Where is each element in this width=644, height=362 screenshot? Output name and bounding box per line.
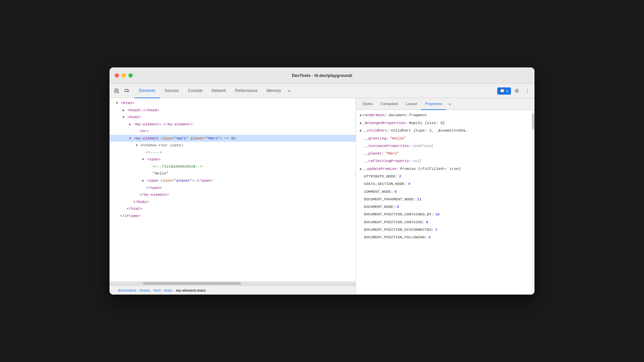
breadcrumb-dots: ... <box>112 288 115 292</box>
breadcrumb-item-0[interactable]: div#content <box>118 288 136 292</box>
horizontal-scrollbar[interactable] <box>110 281 356 285</box>
close-button[interactable] <box>115 73 119 78</box>
dom-line-span[interactable]: ▼ <span> <box>110 156 356 163</box>
dom-line-shadow-root[interactable]: ▼ #shadow-root (open) <box>110 142 356 149</box>
expand-icon: ▶ <box>142 179 144 183</box>
window-title: DevTools - lit.dev/playground/ <box>292 73 352 78</box>
device-toggle-icon[interactable] <box>123 86 132 96</box>
dom-tree[interactable]: ▼ <html> ▶ <head>…</head> ▼ <body> <box>110 98 356 281</box>
scrollbar-thumb[interactable] <box>143 282 241 285</box>
expand-icon: ▼ <box>142 158 144 161</box>
breadcrumb-item-4[interactable]: my-element.mars <box>176 288 206 292</box>
dom-line-span-planet[interactable]: ▶ <span class="planet">…</span> <box>110 177 356 184</box>
dom-line-html[interactable]: ▼ <html> <box>110 100 356 107</box>
prop-cdata-section-node[interactable]: CDATA_SECTION_NODE : 4 <box>356 180 534 188</box>
tab-network[interactable]: Network <box>207 84 230 98</box>
prop-planet[interactable]: __planet : "Mars" <box>356 150 534 157</box>
devtools-window: DevTools - lit.dev/playground/ <box>110 67 534 295</box>
prop-attribute-node[interactable]: ATTRIBUTE_NODE : 2 <box>356 172 534 180</box>
expand-icon: ▶ <box>123 109 125 112</box>
content-area: ▼ <html> ▶ <head>…</head> ▼ <body> <box>110 98 534 295</box>
toolbar-icons <box>112 86 132 96</box>
prop-childPart[interactable]: ▶ __childPart : ChildPart {type: 2, _$co… <box>356 127 534 135</box>
expand-icon: ▼ <box>129 137 131 140</box>
maximize-button[interactable] <box>128 73 133 78</box>
right-tab-more[interactable]: » <box>446 98 453 110</box>
prop-updatePromise[interactable]: ▶ __updatePromise : Promise {<fulfilled>… <box>356 165 534 173</box>
right-toolbar: 💬 1 ⚙ ⋮ <box>497 86 532 96</box>
dom-line-close-html[interactable]: </html> <box>110 205 356 212</box>
expand-icon: ▼ <box>123 116 125 119</box>
dom-line-lit-comment[interactable]: <!--?lit$106992652$--> <box>110 163 356 170</box>
expand-icon[interactable]: ▶ <box>360 120 362 127</box>
breadcrumb-item-1[interactable]: iframe <box>140 288 150 292</box>
expand-icon[interactable]: ▶ <box>360 113 362 119</box>
dom-line-hello-text[interactable]: "Hello" <box>110 170 356 177</box>
dom-line-my-element-1[interactable]: ▶ <my-element>…</my-element> <box>110 121 356 128</box>
dom-line-hr[interactable]: <hr> <box>110 128 356 135</box>
minimize-button[interactable] <box>122 73 126 78</box>
tab-properties[interactable]: Properties <box>421 98 446 110</box>
tab-performance[interactable]: Performance <box>230 84 262 98</box>
prop-document-fragment-node[interactable]: DOCUMENT_FRAGMENT_NODE : 11 <box>356 195 534 203</box>
dom-panel: ▼ <html> ▶ <head>…</head> ▼ <body> <box>110 98 356 295</box>
inspect-element-icon[interactable] <box>112 86 121 96</box>
prop-renderRoot[interactable]: ▶ renderRoot : document-fragment <box>356 111 534 119</box>
expand-icon: ▶ <box>129 123 131 126</box>
tab-elements[interactable]: Elements <box>134 84 160 98</box>
tab-memory[interactable]: Memory <box>262 84 285 98</box>
more-options-button[interactable]: ⋮ <box>523 86 532 96</box>
breadcrumb-item-2[interactable]: html <box>154 288 161 292</box>
scrollbar-thumb-v[interactable] <box>532 113 534 130</box>
prop-doc-pos-following[interactable]: DOCUMENT_POSITION_FOLLOWING : 4 <box>356 233 534 241</box>
settings-button[interactable]: ⚙ <box>512 86 521 96</box>
dom-line-close-span[interactable]: </span> <box>110 184 356 191</box>
svg-rect-4 <box>125 89 128 92</box>
properties-panel: Styles Computed Layout Properties » <box>356 98 534 295</box>
prop-doc-pos-disconnected[interactable]: DOCUMENT_POSITION_DISCONNECTED : 1 <box>356 226 534 233</box>
tab-more-button[interactable]: » <box>285 84 293 98</box>
expand-icon: ▼ <box>116 101 118 105</box>
prop-reflectingProperty[interactable]: __reflectingProperty : null <box>356 157 534 165</box>
prop-comment-node[interactable]: COMMENT_NODE : 8 <box>356 188 534 195</box>
prop-instanceProperties[interactable]: __instanceProperties : undefined <box>356 142 534 150</box>
properties-content[interactable]: ▶ renderRoot : document-fragment ▶ _$cha… <box>356 110 534 295</box>
dom-line-close-iframe[interactable]: </iframe> <box>110 212 356 220</box>
prop-doc-pos-contains[interactable]: DOCUMENT_POSITION_CONTAINS : 8 <box>356 218 534 226</box>
expand-icon[interactable]: ▶ <box>360 166 362 172</box>
expand-icon: ▼ <box>136 144 138 147</box>
dom-line-comment-1[interactable]: <!----> <box>110 149 356 156</box>
breadcrumb-item-3[interactable]: body <box>164 288 172 292</box>
expand-icon[interactable]: ▶ <box>360 128 362 134</box>
dom-line-my-element-selected[interactable]: ▼ <my-element class="mars" planet="Mars"… <box>110 135 356 142</box>
dom-line-close-body[interactable]: </body> <box>110 198 356 206</box>
breadcrumb-more[interactable]: ... <box>208 288 211 292</box>
tab-layout[interactable]: Layout <box>402 98 421 110</box>
dom-line-close-my-element[interactable]: </my-element> <box>110 191 356 198</box>
traffic-lights <box>115 73 133 78</box>
prop-greeting[interactable]: __greeting : "Hello" <box>356 135 534 142</box>
tab-console[interactable]: Console <box>183 84 207 98</box>
devtools-body: Elements Sources Console Network Perform… <box>110 84 534 295</box>
tab-styles[interactable]: Styles <box>359 98 377 110</box>
dom-line-head[interactable]: ▶ <head>…</head> <box>110 107 356 114</box>
tab-sources[interactable]: Sources <box>160 84 183 98</box>
notification-icon: 💬 <box>500 89 505 93</box>
main-tab-bar: Elements Sources Console Network Perform… <box>110 84 534 98</box>
tab-computed[interactable]: Computed <box>377 98 402 110</box>
breadcrumb: ... div#content › iframe › html › body ›… <box>110 285 356 295</box>
prop-changedProperties[interactable]: ▶ _$changedProperties : Map(0) {size: 0} <box>356 119 534 127</box>
prop-doc-pos-contained-by[interactable]: DOCUMENT_POSITION_CONTAINED_BY : 16 <box>356 210 534 218</box>
right-tab-bar: Styles Computed Layout Properties » <box>356 98 534 110</box>
titlebar: DevTools - lit.dev/playground/ <box>110 67 534 84</box>
dom-line-body[interactable]: ▼ <body> <box>110 114 356 121</box>
svg-line-1 <box>118 92 119 93</box>
vertical-scrollbar[interactable] <box>532 110 534 295</box>
prop-document-node[interactable]: DOCUMENT_NODE : 9 <box>356 203 534 210</box>
notification-button[interactable]: 💬 1 <box>497 87 511 95</box>
